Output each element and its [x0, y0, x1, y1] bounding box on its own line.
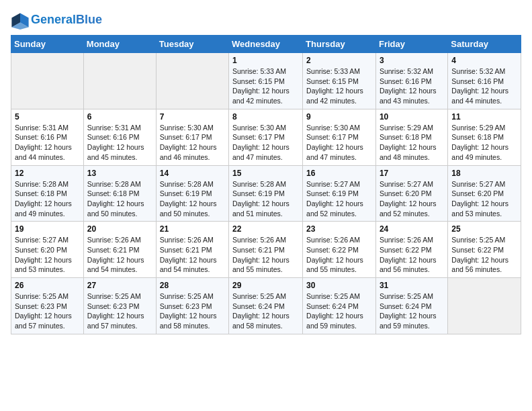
day-number: 4: [451, 56, 517, 65]
calendar-cell: 2Sunrise: 5:33 AMSunset: 6:15 PMDaylight…: [303, 53, 376, 109]
day-number: 14: [160, 169, 225, 178]
logo-general: General: [31, 13, 76, 26]
logo: GeneralBlue: [11, 11, 102, 30]
calendar-cell: [448, 278, 521, 334]
calendar-cell: 17Sunrise: 5:27 AMSunset: 6:20 PMDayligh…: [375, 165, 447, 222]
day-number: 12: [15, 169, 80, 178]
calendar-cell: 30Sunrise: 5:25 AMSunset: 6:24 PMDayligh…: [303, 278, 376, 334]
day-number: 10: [380, 112, 444, 122]
calendar-week-row: 1Sunrise: 5:33 AMSunset: 6:15 PMDaylight…: [11, 53, 521, 109]
day-info: Sunrise: 5:28 AMSunset: 6:18 PMDaylight:…: [15, 179, 80, 219]
day-info: Sunrise: 5:26 AMSunset: 6:22 PMDaylight:…: [380, 235, 444, 275]
day-number: 24: [380, 224, 444, 234]
day-info: Sunrise: 5:28 AMSunset: 6:18 PMDaylight:…: [87, 179, 152, 219]
calendar-cell: 14Sunrise: 5:28 AMSunset: 6:19 PMDayligh…: [156, 165, 228, 222]
day-number: 20: [87, 224, 152, 234]
calendar-cell: 26Sunrise: 5:25 AMSunset: 6:23 PMDayligh…: [11, 278, 84, 334]
weekday-header: Thursday: [303, 36, 376, 53]
calendar-cell: [11, 53, 84, 109]
day-info: Sunrise: 5:26 AMSunset: 6:21 PMDaylight:…: [232, 235, 299, 275]
calendar-week-row: 5Sunrise: 5:31 AMSunset: 6:16 PMDaylight…: [11, 109, 521, 165]
day-info: Sunrise: 5:27 AMSunset: 6:20 PMDaylight:…: [380, 179, 444, 219]
day-number: 19: [15, 224, 80, 234]
day-info: Sunrise: 5:25 AMSunset: 6:23 PMDaylight:…: [160, 291, 225, 331]
day-info: Sunrise: 5:25 AMSunset: 6:24 PMDaylight:…: [232, 291, 299, 331]
day-number: 23: [306, 224, 372, 234]
day-info: Sunrise: 5:31 AMSunset: 6:16 PMDaylight:…: [15, 123, 80, 163]
calendar-cell: 20Sunrise: 5:26 AMSunset: 6:21 PMDayligh…: [83, 222, 156, 278]
calendar-cell: 18Sunrise: 5:27 AMSunset: 6:20 PMDayligh…: [448, 165, 521, 222]
weekday-header: Friday: [375, 36, 447, 53]
day-number: 9: [306, 112, 372, 122]
day-number: 13: [87, 169, 152, 178]
day-info: Sunrise: 5:25 AMSunset: 6:23 PMDaylight:…: [15, 291, 80, 331]
day-info: Sunrise: 5:26 AMSunset: 6:21 PMDaylight:…: [160, 235, 225, 275]
calendar-cell: 8Sunrise: 5:30 AMSunset: 6:17 PMDaylight…: [229, 109, 303, 165]
day-number: 29: [232, 281, 299, 290]
day-number: 27: [87, 281, 152, 290]
calendar-cell: 15Sunrise: 5:28 AMSunset: 6:19 PMDayligh…: [229, 165, 303, 222]
day-number: 28: [160, 281, 225, 290]
calendar-week-row: 12Sunrise: 5:28 AMSunset: 6:18 PMDayligh…: [11, 165, 521, 222]
calendar-week-row: 19Sunrise: 5:27 AMSunset: 6:20 PMDayligh…: [11, 222, 521, 278]
day-info: Sunrise: 5:33 AMSunset: 6:15 PMDaylight:…: [306, 66, 372, 106]
calendar-cell: 11Sunrise: 5:29 AMSunset: 6:18 PMDayligh…: [448, 109, 521, 165]
day-info: Sunrise: 5:28 AMSunset: 6:19 PMDaylight:…: [232, 179, 299, 219]
header-row: SundayMondayTuesdayWednesdayThursdayFrid…: [11, 36, 521, 53]
day-info: Sunrise: 5:25 AMSunset: 6:24 PMDaylight:…: [380, 291, 444, 331]
day-number: 16: [306, 169, 372, 178]
day-number: 7: [160, 112, 225, 122]
calendar-cell: 23Sunrise: 5:26 AMSunset: 6:22 PMDayligh…: [303, 222, 376, 278]
day-number: 6: [87, 112, 152, 122]
day-info: Sunrise: 5:30 AMSunset: 6:17 PMDaylight:…: [232, 123, 299, 163]
calendar-cell: 10Sunrise: 5:29 AMSunset: 6:18 PMDayligh…: [375, 109, 447, 165]
calendar-cell: [83, 53, 156, 109]
calendar-cell: 6Sunrise: 5:31 AMSunset: 6:16 PMDaylight…: [83, 109, 156, 165]
calendar-cell: 29Sunrise: 5:25 AMSunset: 6:24 PMDayligh…: [229, 278, 303, 334]
day-info: Sunrise: 5:32 AMSunset: 6:16 PMDaylight:…: [380, 66, 444, 106]
day-number: 30: [306, 281, 372, 290]
day-number: 11: [451, 112, 517, 122]
day-info: Sunrise: 5:33 AMSunset: 6:15 PMDaylight:…: [232, 66, 299, 106]
day-info: Sunrise: 5:25 AMSunset: 6:24 PMDaylight:…: [306, 291, 372, 331]
day-info: Sunrise: 5:26 AMSunset: 6:22 PMDaylight:…: [306, 235, 372, 275]
day-info: Sunrise: 5:25 AMSunset: 6:22 PMDaylight:…: [451, 235, 517, 275]
calendar-cell: 9Sunrise: 5:30 AMSunset: 6:17 PMDaylight…: [303, 109, 376, 165]
calendar-cell: 1Sunrise: 5:33 AMSunset: 6:15 PMDaylight…: [229, 53, 303, 109]
calendar-cell: 4Sunrise: 5:32 AMSunset: 6:16 PMDaylight…: [448, 53, 521, 109]
weekday-header: Sunday: [11, 36, 84, 53]
day-number: 21: [160, 224, 225, 234]
day-info: Sunrise: 5:32 AMSunset: 6:16 PMDaylight:…: [451, 66, 517, 106]
day-number: 8: [232, 112, 299, 122]
day-info: Sunrise: 5:26 AMSunset: 6:21 PMDaylight:…: [87, 235, 152, 275]
day-number: 3: [380, 56, 444, 65]
day-number: 22: [232, 224, 299, 234]
calendar-cell: 13Sunrise: 5:28 AMSunset: 6:18 PMDayligh…: [83, 165, 156, 222]
calendar-cell: 28Sunrise: 5:25 AMSunset: 6:23 PMDayligh…: [156, 278, 228, 334]
calendar-cell: 19Sunrise: 5:27 AMSunset: 6:20 PMDayligh…: [11, 222, 84, 278]
calendar-cell: 27Sunrise: 5:25 AMSunset: 6:23 PMDayligh…: [83, 278, 156, 334]
calendar-cell: 25Sunrise: 5:25 AMSunset: 6:22 PMDayligh…: [448, 222, 521, 278]
calendar-cell: 31Sunrise: 5:25 AMSunset: 6:24 PMDayligh…: [375, 278, 447, 334]
day-info: Sunrise: 5:27 AMSunset: 6:19 PMDaylight:…: [306, 179, 372, 219]
calendar-cell: 21Sunrise: 5:26 AMSunset: 6:21 PMDayligh…: [156, 222, 228, 278]
calendar-cell: 16Sunrise: 5:27 AMSunset: 6:19 PMDayligh…: [303, 165, 376, 222]
calendar-week-row: 26Sunrise: 5:25 AMSunset: 6:23 PMDayligh…: [11, 278, 521, 334]
weekday-header: Saturday: [448, 36, 521, 53]
calendar-header: SundayMondayTuesdayWednesdayThursdayFrid…: [11, 36, 521, 53]
day-number: 18: [451, 169, 517, 178]
weekday-header: Monday: [83, 36, 156, 53]
calendar-cell: 22Sunrise: 5:26 AMSunset: 6:21 PMDayligh…: [229, 222, 303, 278]
day-number: 26: [15, 281, 80, 290]
day-info: Sunrise: 5:28 AMSunset: 6:19 PMDaylight:…: [160, 179, 225, 219]
calendar-cell: 3Sunrise: 5:32 AMSunset: 6:16 PMDaylight…: [375, 53, 447, 109]
calendar-body: 1Sunrise: 5:33 AMSunset: 6:15 PMDaylight…: [11, 53, 521, 334]
day-number: 31: [380, 281, 444, 290]
day-info: Sunrise: 5:27 AMSunset: 6:20 PMDaylight:…: [15, 235, 80, 275]
page-header: GeneralBlue: [11, 11, 521, 30]
day-number: 2: [306, 56, 372, 65]
calendar-cell: 24Sunrise: 5:26 AMSunset: 6:22 PMDayligh…: [375, 222, 447, 278]
logo-icon: [11, 11, 30, 30]
day-number: 25: [451, 224, 517, 234]
day-info: Sunrise: 5:29 AMSunset: 6:18 PMDaylight:…: [451, 123, 517, 163]
